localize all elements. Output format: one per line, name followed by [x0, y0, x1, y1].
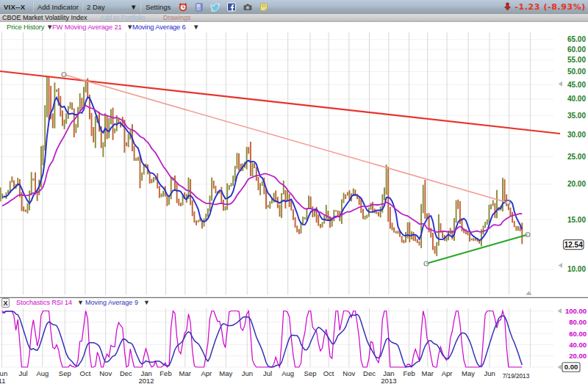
lower-current-label: 0.00	[564, 363, 578, 371]
symbol-bar: CBOE Market Volatility Index Add to Port…	[0, 14, 588, 22]
stock-charting-app: VIX--X Add Indicator 2 Day ▼ Settings	[0, 0, 588, 384]
quote-change-value: -1.23 (-8.93%)	[514, 2, 586, 12]
axis-marker	[558, 308, 562, 314]
toolbar-separator	[82, 2, 83, 12]
price-tick-label: 35.00	[567, 112, 586, 120]
month-label: Apr	[442, 369, 453, 377]
toolbar-separator	[140, 2, 141, 12]
main-toolbar: VIX--X Add Indicator 2 Day ▼ Settings	[0, 0, 588, 14]
month-label: Aug	[282, 369, 294, 377]
price-history-selector[interactable]: Price History	[7, 22, 44, 32]
last-date-label: 7/19/2013	[503, 373, 530, 380]
lower-tick-label: 40.00	[569, 341, 587, 349]
toolbar-separator	[32, 2, 34, 12]
overlay-selector-bar: Price History ▼ FW Moving Average 21 ▼ M…	[0, 22, 588, 32]
settings-menu[interactable]: Settings	[146, 0, 171, 14]
overlay-21[interactable]	[2, 106, 522, 232]
lower-tick-label: 60.00	[569, 330, 587, 338]
price-tick-label: 55.00	[567, 56, 586, 64]
month-label: Feb	[159, 369, 171, 377]
period-value: 2 Day	[87, 3, 105, 11]
month-label: Dec	[120, 369, 132, 377]
price-chart[interactable]: 65.0060.0055.0050.0045.0040.0035.0030.00…	[0, 32, 588, 384]
month-label: Oct	[80, 369, 91, 377]
month-label: Jun	[484, 369, 495, 377]
axis-marker	[559, 263, 563, 268]
ma6-dropdown-arrow[interactable]: ▼	[193, 22, 199, 32]
symbol-description: CBOE Market Volatility Index	[2, 14, 87, 22]
ma21-selector[interactable]: FW Moving Average 21	[52, 22, 122, 32]
drawings-menu[interactable]: Drawings	[163, 14, 191, 22]
book-icon[interactable]	[194, 1, 204, 12]
quote-change: -1.23 (-8.93%)	[503, 0, 586, 14]
price-tick-label: 25.00	[567, 153, 586, 161]
month-label: Feb	[403, 369, 415, 377]
month-label: Jun	[242, 369, 253, 377]
price-gridlines	[0, 40, 553, 269]
ma9-selector[interactable]: Moving Average 9	[85, 298, 138, 308]
sticky-note-icon[interactable]	[259, 1, 269, 12]
last-price-label: 12.54	[564, 241, 583, 249]
lower-tick-label: 20.00	[569, 352, 587, 360]
price-bars[interactable]	[1, 76, 523, 256]
trendline-handle[interactable]	[506, 200, 510, 205]
year-label: 2012	[139, 377, 154, 384]
down-arrow-icon	[503, 2, 512, 11]
month-label: Sep	[59, 369, 71, 377]
month-label: Apr	[201, 369, 212, 377]
price-tick-label: 30.00	[567, 131, 586, 139]
price-tick-label: 20.00	[567, 180, 586, 188]
lower-indicator-header: X Stochastics RSI 14 ▼ Moving Average 9 …	[0, 298, 588, 308]
trendline-handle[interactable]	[526, 233, 530, 237]
month-label: Aug	[36, 369, 49, 377]
stochrsi-dropdown-arrow[interactable]: ▼	[77, 298, 84, 308]
month-label: Jul	[263, 369, 272, 377]
camera-icon[interactable]	[243, 1, 253, 12]
trendline-handle[interactable]	[424, 261, 429, 266]
price-axis[interactable]: 65.0060.0055.0050.0045.0040.0035.0030.00…	[559, 35, 587, 273]
panel-separator[interactable]	[0, 291, 588, 298]
year-label: 2013	[381, 377, 396, 384]
axis-marker	[558, 365, 562, 370]
alarm-clock-icon[interactable]	[178, 1, 188, 12]
stochrsi-selector[interactable]: Stochastics RSI 14	[16, 298, 72, 308]
stochrsi-ma-line	[2, 311, 522, 367]
add-to-portfolio-link[interactable]: Add to Portfolio	[100, 14, 146, 22]
axis-marker	[559, 81, 563, 87]
price-tick-label: 45.00	[567, 81, 586, 89]
price-tick-label: 65.00	[567, 35, 586, 43]
month-label: Oct	[323, 369, 334, 377]
month-label: Mar	[179, 369, 191, 377]
period-select[interactable]: 2 Day	[87, 0, 105, 14]
ma9-dropdown-arrow[interactable]: ▼	[143, 298, 150, 308]
facebook-icon[interactable]	[226, 1, 237, 12]
lower-axis[interactable]: 100.0080.0060.0040.0020.000.00	[558, 307, 587, 372]
lower-indicator[interactable]	[2, 311, 522, 368]
month-label: Mar	[422, 369, 434, 377]
price-tick-label: 15.00	[567, 216, 586, 224]
price-tick-label: 10.00	[567, 265, 586, 273]
symbol-label[interactable]: VIX--X	[4, 0, 25, 14]
trendline-handle[interactable]	[62, 73, 66, 77]
month-label: Dec	[363, 369, 376, 377]
year-label: 11	[0, 377, 5, 384]
period-dropdown-arrow[interactable]: ▼	[130, 0, 137, 14]
collapse-panel-arrow[interactable]	[526, 291, 532, 295]
time-axis: Jun11JulAugSepOctNovDecJan2012FebMarAprM…	[0, 369, 530, 384]
month-label: Sep	[304, 369, 317, 377]
price-tick-label: 40.00	[567, 95, 586, 103]
overlay-6[interactable]	[2, 98, 522, 241]
month-label: Nov	[99, 369, 112, 377]
stochrsi-line	[2, 311, 522, 368]
month-label: Jul	[18, 369, 27, 377]
lower-tick-label: 100.00	[565, 307, 587, 315]
month-label: May	[462, 369, 475, 377]
price-tick-label: 60.00	[567, 46, 586, 54]
price-tick-label: 50.00	[567, 68, 586, 76]
twitter-icon[interactable]	[210, 1, 220, 12]
month-label: Nov	[343, 369, 355, 377]
month-label: May	[219, 369, 232, 377]
add-indicator-menu[interactable]: Add Indicator	[37, 0, 79, 14]
ma6-selector[interactable]: Moving Average 6	[132, 22, 186, 32]
close-indicator-button[interactable]: X	[1, 298, 10, 308]
